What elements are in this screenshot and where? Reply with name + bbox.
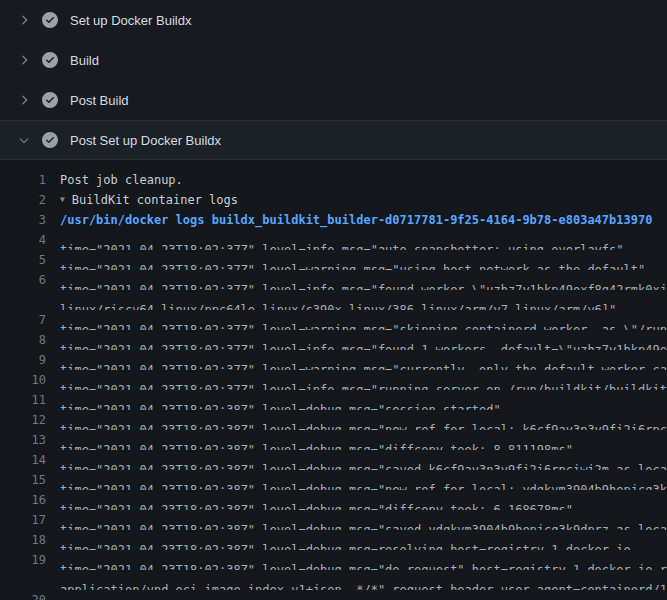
log-text: time="2021-04-23T18:02:38Z" level=debug …	[60, 410, 667, 430]
line-number[interactable]: 7	[0, 310, 46, 330]
step-label: Build	[70, 53, 99, 68]
log-row-continuation: application/vnd.oci.image.index.v1+json,…	[0, 570, 667, 590]
log-text: time="2021-04-23T18:02:38Z" level=debug …	[60, 590, 667, 600]
log-row: 13time="2021-04-23T18:02:38Z" level=debu…	[0, 430, 667, 450]
log-text: Post job cleanup.	[60, 170, 183, 190]
log-text: time="2021-04-23T18:02:37Z" level=info m…	[60, 330, 667, 350]
log-text: time="2021-04-23T18:02:38Z" level=debug …	[60, 390, 667, 410]
log-row: 12time="2021-04-23T18:02:38Z" level=debu…	[0, 410, 667, 430]
log-row: 15time="2021-04-23T18:02:38Z" level=debu…	[0, 470, 667, 490]
log-text: time="2021-04-23T18:02:37Z" level=info m…	[60, 230, 667, 250]
log-text: time="2021-04-23T18:02:37Z" level=info m…	[60, 370, 667, 390]
line-number[interactable]: 10	[0, 370, 46, 390]
line-number[interactable]: 2	[0, 190, 46, 210]
log-row: 20time="2021-04-23T18:02:38Z" level=debu…	[0, 590, 667, 600]
line-number[interactable]: 4	[0, 230, 46, 250]
line-number[interactable]: 6	[0, 270, 46, 290]
log-area: 1Post job cleanup.2▼BuildKit container l…	[0, 160, 667, 600]
log-row: 16time="2021-04-23T18:02:38Z" level=debu…	[0, 490, 667, 510]
log-text: time="2021-04-23T18:02:38Z" level=debug …	[60, 430, 667, 450]
line-number[interactable]: 12	[0, 410, 46, 430]
log-row: 18time="2021-04-23T18:02:38Z" level=debu…	[0, 530, 667, 550]
log-text: linux/riscv64 linux/ppc64le linux/s390x …	[60, 290, 667, 310]
line-number	[0, 290, 46, 310]
log-text: time="2021-04-23T18:02:37Z" level=warnin…	[60, 350, 667, 370]
line-number[interactable]: 17	[0, 510, 46, 530]
line-number[interactable]: 14	[0, 450, 46, 470]
log-row: 1Post job cleanup.	[0, 170, 667, 190]
log-row: 14time="2021-04-23T18:02:38Z" level=debu…	[0, 450, 667, 470]
chevron-right-icon[interactable]	[16, 52, 32, 68]
chevron-right-icon[interactable]	[16, 12, 32, 28]
step-post-set-up-docker-buildx[interactable]: Post Set up Docker Buildx	[0, 120, 667, 160]
log-row: 5time="2021-04-23T18:02:37Z" level=warni…	[0, 250, 667, 270]
line-number[interactable]: 18	[0, 530, 46, 550]
log-text: time="2021-04-23T18:02:38Z" level=debug …	[60, 470, 667, 490]
line-number[interactable]: 19	[0, 550, 46, 570]
step-build[interactable]: Build	[0, 40, 667, 80]
check-circle-icon	[42, 92, 58, 108]
log-text: time="2021-04-23T18:02:38Z" level=debug …	[60, 490, 667, 510]
log-row: 4time="2021-04-23T18:02:37Z" level=info …	[0, 230, 667, 250]
check-circle-icon	[42, 132, 58, 148]
line-number[interactable]: 5	[0, 250, 46, 270]
log-row: 17time="2021-04-23T18:02:38Z" level=debu…	[0, 510, 667, 530]
check-circle-icon	[42, 12, 58, 28]
log-text: time="2021-04-23T18:02:38Z" level=debug …	[60, 510, 667, 530]
log-text: application/vnd.oci.image.index.v1+json,…	[60, 570, 667, 590]
line-number[interactable]: 16	[0, 490, 46, 510]
check-circle-icon	[42, 52, 58, 68]
log-row: 19time="2021-04-23T18:02:38Z" level=debu…	[0, 550, 667, 570]
step-label: Post Build	[70, 93, 129, 108]
chevron-right-icon[interactable]	[16, 92, 32, 108]
log-row: 7time="2021-04-23T18:02:37Z" level=warni…	[0, 310, 667, 330]
log-text: /usr/bin/docker logs buildx_buildkit_bui…	[60, 210, 652, 230]
steps-list: Set up Docker Buildx Build Post Build	[0, 0, 667, 160]
line-number[interactable]: 11	[0, 390, 46, 410]
line-number[interactable]: 15	[0, 470, 46, 490]
log-text: BuildKit container logs	[72, 190, 238, 210]
line-number[interactable]: 13	[0, 430, 46, 450]
line-number	[0, 570, 46, 590]
line-number[interactable]: 1	[0, 170, 46, 190]
step-label: Post Set up Docker Buildx	[70, 133, 221, 148]
step-label: Set up Docker Buildx	[70, 13, 191, 28]
actions-log-viewer: Set up Docker Buildx Build Post Build	[0, 0, 667, 600]
line-number[interactable]: 20	[0, 590, 46, 600]
log-row: 3/usr/bin/docker logs buildx_buildkit_bu…	[0, 210, 667, 230]
log-row: 6time="2021-04-23T18:02:37Z" level=info …	[0, 270, 667, 290]
log-text: time="2021-04-23T18:02:38Z" level=debug …	[60, 530, 667, 550]
log-group-toggle-icon[interactable]: ▼	[60, 190, 65, 210]
log-row: 2▼BuildKit container logs	[0, 190, 667, 210]
log-row: 10time="2021-04-23T18:02:37Z" level=info…	[0, 370, 667, 390]
log-row-continuation: linux/riscv64 linux/ppc64le linux/s390x …	[0, 290, 667, 310]
chevron-down-icon[interactable]	[16, 132, 32, 148]
step-set-up-docker-buildx[interactable]: Set up Docker Buildx	[0, 0, 667, 40]
log-text: time="2021-04-23T18:02:37Z" level=warnin…	[60, 310, 667, 330]
log-text: time="2021-04-23T18:02:38Z" level=debug …	[60, 450, 667, 470]
log-text: time="2021-04-23T18:02:38Z" level=debug …	[60, 550, 667, 570]
log-lines: 1Post job cleanup.2▼BuildKit container l…	[0, 170, 667, 600]
log-row: 8time="2021-04-23T18:02:37Z" level=info …	[0, 330, 667, 350]
log-text: time="2021-04-23T18:02:37Z" level=warnin…	[60, 250, 667, 270]
log-row: 9time="2021-04-23T18:02:37Z" level=warni…	[0, 350, 667, 370]
step-post-build[interactable]: Post Build	[0, 80, 667, 120]
line-number[interactable]: 9	[0, 350, 46, 370]
log-row: 11time="2021-04-23T18:02:38Z" level=debu…	[0, 390, 667, 410]
line-number[interactable]: 3	[0, 210, 46, 230]
log-text: time="2021-04-23T18:02:37Z" level=info m…	[60, 270, 667, 290]
line-number[interactable]: 8	[0, 330, 46, 350]
